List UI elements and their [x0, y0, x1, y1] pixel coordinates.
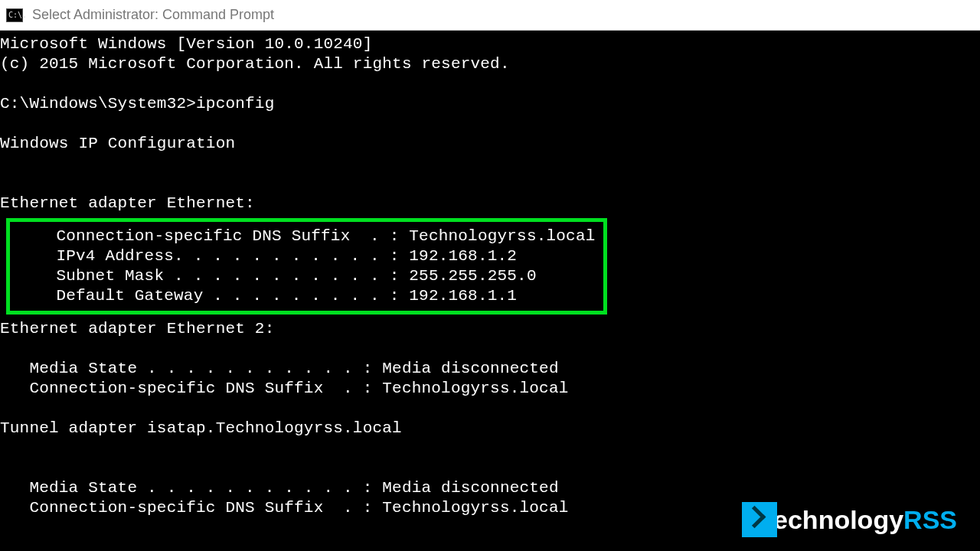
adapter2-header: Ethernet adapter Ethernet 2:	[0, 319, 607, 339]
terminal-area[interactable]: Microsoft Windows [Version 10.0.10240] (…	[0, 31, 980, 551]
cmd-icon-text: C:\.	[8, 11, 27, 19]
adapter2-dns-suffix: Connection-specific DNS Suffix . : Techn…	[0, 379, 607, 399]
blank	[0, 74, 607, 94]
adapter1-gateway: Default Gateway . . . . . . . . . : 192.…	[27, 286, 596, 306]
blank	[0, 458, 607, 478]
watermark-arrow-icon	[742, 502, 777, 537]
highlighted-adapter1-box: Connection-specific DNS Suffix . : Techn…	[6, 218, 607, 315]
banner-copyright: (c) 2015 Microsoft Corporation. All righ…	[0, 54, 607, 74]
blank	[0, 154, 607, 174]
prompt-line: C:\Windows\System32>ipconfig	[0, 94, 607, 114]
watermark-logo: echnologyRSS	[742, 502, 957, 537]
terminal-content: Microsoft Windows [Version 10.0.10240] (…	[0, 34, 607, 518]
banner-version: Microsoft Windows [Version 10.0.10240]	[0, 34, 607, 54]
blank	[0, 114, 607, 134]
adapter1-subnet: Subnet Mask . . . . . . . . . . . : 255.…	[27, 266, 596, 286]
adapter1-header: Ethernet adapter Ethernet:	[0, 194, 607, 214]
tunnel-header: Tunnel adapter isatap.Technologyrss.loca…	[0, 419, 607, 439]
blank	[0, 399, 607, 419]
blank	[0, 174, 607, 194]
watermark-text-part2: RSS	[903, 505, 957, 534]
window-title: Select Administrator: Command Prompt	[32, 7, 274, 23]
adapter2-media-state: Media State . . . . . . . . . . . : Medi…	[0, 359, 607, 379]
tunnel-dns-suffix: Connection-specific DNS Suffix . : Techn…	[0, 498, 607, 518]
window-titlebar[interactable]: C:\. Select Administrator: Command Promp…	[0, 0, 980, 31]
blank	[0, 339, 607, 359]
adapter1-dns-suffix: Connection-specific DNS Suffix . : Techn…	[27, 227, 596, 246]
blank	[0, 439, 607, 458]
watermark-text: echnologyRSS	[773, 510, 957, 530]
tunnel-media-state: Media State . . . . . . . . . . . : Medi…	[0, 478, 607, 498]
adapter1-ipv4: IPv4 Address. . . . . . . . . . . : 192.…	[27, 246, 596, 266]
watermark-text-part1: echnology	[773, 505, 903, 534]
ipconfig-header: Windows IP Configuration	[0, 134, 607, 154]
cmd-icon: C:\.	[6, 8, 23, 22]
